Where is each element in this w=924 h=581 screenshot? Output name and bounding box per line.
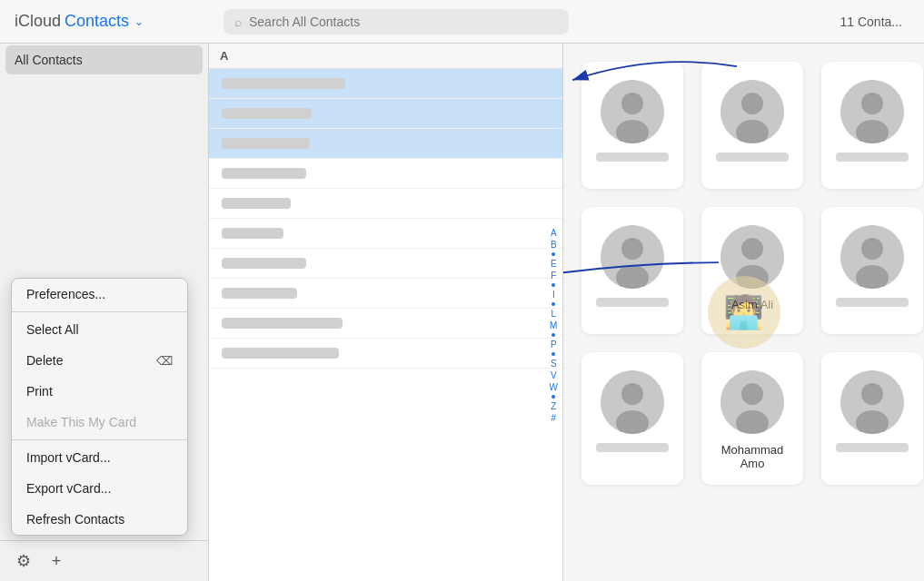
contact-name-blur xyxy=(222,168,306,179)
avatar xyxy=(601,370,664,434)
contact-name-blur xyxy=(222,288,297,299)
contacts-label: Contacts xyxy=(65,12,129,31)
alpha-letter[interactable]: S xyxy=(548,359,560,369)
alpha-dot xyxy=(551,395,555,399)
alpha-letter[interactable]: V xyxy=(548,370,560,380)
contact-row-inner xyxy=(222,78,550,89)
contact-name-blur xyxy=(222,138,310,149)
alpha-letter[interactable]: P xyxy=(548,340,560,350)
contact-card[interactable] xyxy=(821,62,923,189)
menu-separator xyxy=(12,439,187,440)
menu-item-label: Print xyxy=(26,384,53,399)
contact-row-inner xyxy=(222,108,550,119)
contact-card[interactable] xyxy=(581,352,683,485)
alpha-letter[interactable]: A xyxy=(548,228,560,238)
contacts-list-section-header: A xyxy=(209,44,562,69)
sidebar-bottom: ⚙ + xyxy=(0,540,208,581)
contact-card[interactable]: Asim Ali xyxy=(701,207,803,334)
menu-item-import-vcard[interactable]: Import vCard... xyxy=(12,442,187,473)
contact-row-inner xyxy=(222,168,550,179)
menu-item-select-all[interactable]: Select All xyxy=(12,314,187,345)
alpha-letter[interactable]: L xyxy=(548,309,559,319)
app-title-area: iCloud Contacts ⌄ xyxy=(15,12,224,31)
contact-name-blur xyxy=(222,108,312,119)
avatar xyxy=(601,225,664,289)
svg-point-25 xyxy=(861,383,883,405)
contact-card[interactable] xyxy=(701,62,803,189)
menu-item-refresh[interactable]: Refresh Contacts xyxy=(12,504,187,535)
contact-row-inner xyxy=(222,348,550,359)
avatar xyxy=(601,80,664,143)
svg-point-7 xyxy=(861,93,883,114)
sidebar-item-all-contacts[interactable]: All Contacts xyxy=(5,45,203,74)
contact-card-name-blur xyxy=(836,153,909,162)
contact-card[interactable] xyxy=(581,62,683,189)
alpha-letter[interactable]: # xyxy=(548,413,559,423)
contact-card[interactable]: Mohammad Amo xyxy=(701,352,803,485)
contact-row-inner xyxy=(222,228,550,239)
menu-item-label: Select All xyxy=(26,322,79,337)
contact-row[interactable] xyxy=(209,219,562,249)
contacts-list-body[interactable]: ABEFILMPSVWZ# xyxy=(209,69,562,581)
contact-row[interactable] xyxy=(209,99,562,129)
contact-row-inner xyxy=(222,138,550,149)
alpha-letter[interactable]: W xyxy=(547,382,561,392)
contact-row[interactable] xyxy=(209,129,562,159)
contacts-dropdown-arrow[interactable]: ⌄ xyxy=(134,15,144,28)
contact-card[interactable] xyxy=(581,207,683,334)
contact-name-blur xyxy=(222,258,306,269)
contact-row[interactable] xyxy=(209,159,562,189)
contact-card-name-blur xyxy=(596,298,669,307)
alpha-dot xyxy=(551,352,555,356)
menu-item-label: Delete xyxy=(26,353,63,368)
search-input[interactable] xyxy=(249,15,431,29)
alpha-dot xyxy=(551,283,555,287)
alpha-letter[interactable]: Z xyxy=(548,401,559,411)
menu-item-export-vcard[interactable]: Export vCard... xyxy=(12,473,187,504)
main-layout: All Contacts Preferences...Select AllDel… xyxy=(0,44,924,581)
contact-name-blur xyxy=(222,198,291,209)
avatar xyxy=(840,80,904,143)
menu-separator xyxy=(12,311,187,312)
contact-row[interactable] xyxy=(209,309,562,339)
contact-row-inner xyxy=(222,258,550,269)
top-bar: iCloud Contacts ⌄ ⌕ 11 Conta... xyxy=(0,0,924,44)
contact-card[interactable] xyxy=(821,207,923,334)
menu-item-delete[interactable]: Delete⌫ xyxy=(12,345,187,376)
contact-name-blur xyxy=(222,228,283,239)
alpha-letter[interactable]: M xyxy=(547,320,560,330)
cards-grid: Asim Ali Mohammad Amo xyxy=(581,62,906,485)
context-menu: Preferences...Select AllDelete⌫PrintMake… xyxy=(11,278,188,536)
contact-row[interactable] xyxy=(209,69,562,99)
menu-item-print[interactable]: Print xyxy=(12,376,187,407)
avatar xyxy=(720,370,784,434)
contact-row[interactable] xyxy=(209,279,562,309)
sidebar: All Contacts Preferences...Select AllDel… xyxy=(0,44,209,581)
alpha-letter[interactable]: I xyxy=(550,290,558,300)
menu-item-preferences[interactable]: Preferences... xyxy=(12,279,187,310)
svg-point-1 xyxy=(621,93,643,114)
alpha-index[interactable]: ABEFILMPSVWZ# xyxy=(547,69,561,581)
contact-card-name: Asim Ali xyxy=(731,298,773,311)
alpha-letter[interactable]: B xyxy=(548,240,560,250)
search-icon: ⌕ xyxy=(234,15,242,29)
avatar xyxy=(840,370,904,434)
contact-row[interactable] xyxy=(209,189,562,219)
gear-button[interactable]: ⚙ xyxy=(11,548,36,574)
contact-row[interactable] xyxy=(209,249,562,279)
alpha-letter[interactable]: F xyxy=(548,271,559,281)
contacts-list-column: A ABEFILMPSVWZ# xyxy=(209,44,563,581)
svg-point-10 xyxy=(621,238,643,260)
search-bar[interactable]: ⌕ xyxy=(224,9,569,34)
add-contact-button[interactable]: + xyxy=(44,548,69,574)
alpha-letter[interactable]: E xyxy=(548,259,560,269)
alpha-dot xyxy=(551,252,555,256)
contact-row[interactable] xyxy=(209,339,562,369)
svg-point-22 xyxy=(741,383,763,405)
menu-item-label: Preferences... xyxy=(26,287,105,301)
contact-card-name: Mohammad Amo xyxy=(716,443,789,470)
menu-item-label: Refresh Contacts xyxy=(26,512,124,527)
svg-point-19 xyxy=(621,383,643,405)
menu-item-label: Import vCard... xyxy=(26,450,111,465)
contact-card[interactable] xyxy=(821,352,923,485)
